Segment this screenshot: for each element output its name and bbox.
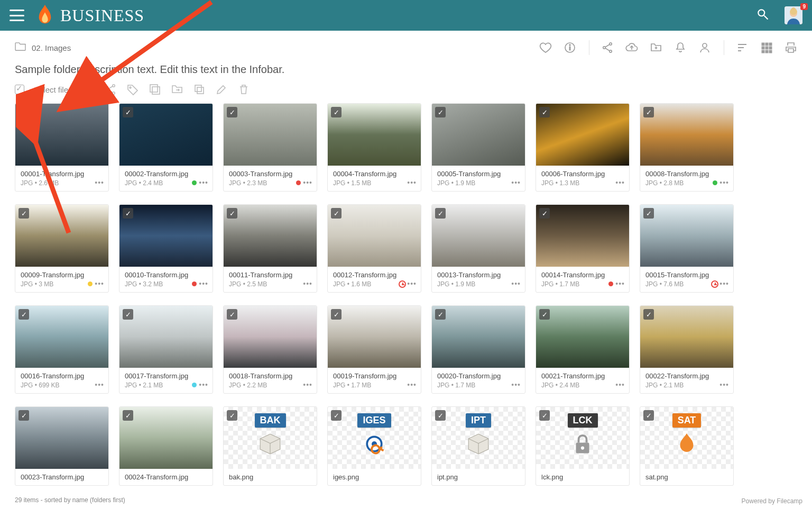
file-card[interactable]: LCK✓lck.png [536, 406, 630, 486]
file-more-icon[interactable]: ••• [303, 178, 312, 187]
file-more-icon[interactable]: ••• [95, 380, 104, 389]
select-file-checkbox[interactable]: ✓ [331, 107, 342, 117]
file-card[interactable]: ✓00004-Transform.jpgJPG • 1.5 MB••• [327, 103, 421, 192]
file-card[interactable]: ✓00012-Transform.jpgJPG • 1.6 MB••• [327, 204, 421, 293]
select-file-checkbox[interactable]: ✓ [435, 410, 446, 421]
share-icon[interactable] [601, 41, 614, 54]
file-card[interactable]: ✓00002-Transform.jpgJPG • 2.4 MB••• [119, 103, 213, 192]
file-card[interactable]: ✓00022-Transform.jpgJPG • 2.1 MB••• [640, 305, 734, 394]
copy-icon[interactable] [193, 83, 206, 96]
file-card[interactable]: ✓00014-Transform.jpgJPG • 1.7 MB••• [536, 204, 630, 293]
search-button[interactable] [756, 7, 770, 23]
select-file-checkbox[interactable]: ✓ [539, 309, 550, 320]
breadcrumb[interactable]: 02. Images [32, 43, 71, 52]
file-card[interactable]: ✓00006-Transform.jpgJPG • 1.3 MB••• [536, 103, 630, 192]
select-file-checkbox[interactable]: ✓ [123, 410, 133, 421]
file-card[interactable]: IGES✓iges.png [327, 406, 421, 486]
sort-icon[interactable] [736, 41, 749, 54]
share-selection-icon[interactable] [104, 83, 117, 96]
favorite-icon[interactable] [539, 41, 552, 54]
file-more-icon[interactable]: ••• [615, 380, 625, 389]
move-icon[interactable] [171, 83, 183, 96]
select-file-checkbox[interactable]: ✓ [227, 208, 237, 219]
select-file-checkbox[interactable]: ✓ [643, 208, 654, 219]
edit-icon[interactable] [215, 83, 228, 96]
file-card[interactable]: ✓00011-Transform.jpgJPG • 2.5 MB••• [223, 204, 317, 293]
select-file-checkbox[interactable]: ✓ [331, 208, 342, 219]
select-file-checkbox[interactable]: ✓ [435, 309, 446, 320]
file-more-icon[interactable]: ••• [95, 178, 104, 187]
select-file-checkbox[interactable]: ✓ [227, 309, 237, 320]
select-file-checkbox[interactable]: ✓ [435, 208, 446, 219]
file-more-icon[interactable]: ••• [303, 279, 312, 288]
file-card[interactable]: ✓00016-Transform.jpgJPG • 699 KB••• [15, 305, 109, 394]
download-icon[interactable] [82, 83, 95, 96]
file-more-icon[interactable]: ••• [407, 279, 417, 288]
file-card[interactable]: ✓00024-Transform.jpg [119, 406, 213, 486]
file-card[interactable]: SAT✓sat.png [640, 406, 734, 486]
file-card[interactable]: BAK✓bak.png [223, 406, 317, 486]
file-card[interactable]: ✓00020-Transform.jpgJPG • 1.7 MB••• [431, 305, 525, 394]
select-file-checkbox[interactable]: ✓ [227, 410, 237, 421]
upload-icon[interactable] [625, 41, 638, 54]
select-file-checkbox[interactable]: ✓ [123, 107, 133, 117]
select-file-checkbox[interactable]: ✓ [539, 410, 550, 421]
file-card[interactable]: ✓00009-Transform.jpgJPG • 3 MB••• [15, 204, 109, 293]
collection-icon[interactable] [149, 83, 161, 96]
grid-view-icon[interactable] [760, 41, 773, 54]
user-icon[interactable] [698, 41, 711, 54]
select-file-checkbox[interactable]: ✓ [19, 309, 29, 320]
file-card[interactable]: ✓00003-Transform.jpgJPG • 2.3 MB••• [223, 103, 317, 192]
file-more-icon[interactable]: ••• [199, 279, 208, 288]
file-more-icon[interactable]: ••• [719, 380, 729, 389]
select-file-checkbox[interactable]: ✓ [435, 107, 446, 117]
select-file-checkbox[interactable]: ✓ [539, 107, 550, 117]
select-file-checkbox[interactable]: ✓ [227, 107, 237, 117]
file-card[interactable]: ✓00008-Transform.jpgJPG • 2.8 MB••• [640, 103, 734, 192]
file-more-icon[interactable]: ••• [407, 178, 417, 187]
select-file-checkbox[interactable]: ✓ [19, 208, 29, 219]
delete-icon[interactable] [237, 83, 250, 96]
select-file-checkbox[interactable]: ✓ [643, 309, 654, 320]
file-card[interactable]: ✓00017-Transform.jpgJPG • 2.1 MB••• [119, 305, 213, 394]
file-card[interactable]: ✓00023-Transform.jpg [15, 406, 109, 486]
info-icon[interactable] [564, 41, 576, 54]
menu-button[interactable] [10, 10, 24, 21]
tag-icon[interactable] [126, 83, 139, 96]
file-more-icon[interactable]: ••• [95, 279, 104, 288]
file-card[interactable]: IPT✓ipt.png [431, 406, 525, 486]
select-file-checkbox[interactable]: ✓ [331, 410, 342, 421]
file-card[interactable]: ✓00015-Transform.jpgJPG • 7.6 MB••• [640, 204, 734, 293]
select-file-checkbox[interactable]: ✓ [19, 410, 29, 421]
file-card[interactable]: ✓00013-Transform.jpgJPG • 1.9 MB••• [431, 204, 525, 293]
select-file-checkbox[interactable]: ✓ [643, 410, 654, 421]
file-card[interactable]: ✓00005-Transform.jpgJPG • 1.9 MB••• [431, 103, 525, 192]
new-folder-icon[interactable] [650, 41, 662, 54]
file-more-icon[interactable]: ••• [199, 178, 208, 187]
file-card[interactable]: ✓00018-Transform.jpgJPG • 2.2 MB••• [223, 305, 317, 394]
file-more-icon[interactable]: ••• [511, 279, 521, 288]
select-all-checkbox[interactable] [15, 85, 24, 94]
file-card[interactable]: ✓00001-Transform.jpgJPG • 2.6 MB••• [15, 103, 109, 192]
user-avatar[interactable]: 9 [785, 6, 802, 24]
select-file-checkbox[interactable]: ✓ [539, 208, 550, 219]
file-more-icon[interactable]: ••• [615, 178, 625, 187]
file-card[interactable]: ✓00019-Transform.jpgJPG • 1.7 MB••• [327, 305, 421, 394]
select-file-checkbox[interactable]: ✓ [123, 309, 133, 320]
file-card[interactable]: ✓00010-Transform.jpgJPG • 3.2 MB••• [119, 204, 213, 293]
notify-icon[interactable] [674, 41, 687, 54]
file-more-icon[interactable]: ••• [511, 380, 521, 389]
file-more-icon[interactable]: ••• [511, 178, 521, 187]
file-more-icon[interactable]: ••• [719, 178, 729, 187]
file-more-icon[interactable]: ••• [303, 380, 312, 389]
file-more-icon[interactable]: ••• [199, 380, 208, 389]
file-more-icon[interactable]: ••• [407, 380, 417, 389]
select-file-checkbox[interactable]: ✓ [331, 309, 342, 320]
select-file-checkbox[interactable]: ✓ [123, 208, 133, 219]
file-card[interactable]: ✓00021-Transform.jpgJPG • 2.4 MB••• [536, 305, 630, 394]
print-icon[interactable] [785, 41, 797, 54]
select-file-checkbox[interactable]: ✓ [19, 107, 29, 117]
file-more-icon[interactable]: ••• [719, 279, 729, 288]
file-more-icon[interactable]: ••• [615, 279, 625, 288]
select-file-checkbox[interactable]: ✓ [643, 107, 654, 117]
